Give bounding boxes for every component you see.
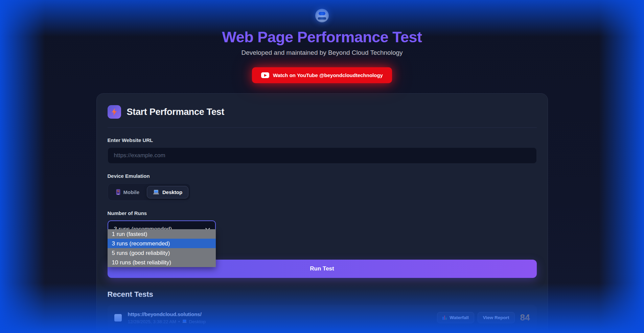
youtube-play-icon	[261, 72, 269, 78]
test-row-info: https://beyondcloud.solutions/ 12/28/202…	[128, 311, 206, 324]
mobile-phone-icon	[116, 189, 120, 195]
view-report-button-label: View Report	[483, 315, 509, 320]
runs-dropdown-menu: 1 run (fastest) 3 runs (recommended) 5 r…	[108, 229, 216, 267]
start-test-card: Start Performance Test Enter Website URL…	[96, 93, 548, 333]
recent-test-row: https://beyondcloud.solutions/ 12/28/202…	[108, 305, 537, 330]
page-subtitle: Developed and maintained by Beyond Cloud…	[0, 49, 644, 56]
page-title: Web Page Performance Test	[0, 28, 644, 46]
device-segmented-control: Mobile Desktop	[108, 183, 191, 201]
device-desktop-label: Desktop	[162, 189, 182, 195]
runs-option-10[interactable]: 10 runs (best reliability)	[108, 258, 216, 267]
runs-option-5[interactable]: 5 runs (good reliability)	[108, 248, 216, 258]
url-label: Enter Website URL	[108, 137, 537, 143]
view-report-button[interactable]: View Report	[478, 312, 515, 323]
meta-separator: •	[178, 319, 180, 324]
card-header: Start Performance Test	[108, 105, 537, 119]
device-mobile-button[interactable]: Mobile	[110, 186, 146, 198]
bar-chart-icon	[442, 315, 447, 320]
runs-option-1[interactable]: 1 run (fastest)	[108, 229, 216, 239]
website-url-input[interactable]	[108, 147, 537, 164]
test-row-meta: 12/28/2025, 3:38:22 AM • Desktop	[128, 319, 206, 324]
youtube-button[interactable]: Watch on YouTube @beyondcloudtechnology	[252, 67, 392, 83]
runs-field-group: Number of Runs 3 runs (recommended) 1 ru…	[108, 210, 216, 238]
page-background: Web Page Performance Test Developed and …	[0, 0, 644, 333]
url-field-group: Enter Website URL	[108, 137, 537, 164]
youtube-button-label: Watch on YouTube @beyondcloudtechnology	[273, 72, 383, 78]
test-row-device: Desktop	[189, 319, 206, 324]
device-desktop-button[interactable]: Desktop	[147, 186, 188, 198]
test-row-url: https://beyondcloud.solutions/	[128, 311, 206, 317]
test-row-actions: Waterfall View Report 84	[437, 312, 530, 323]
runs-label: Number of Runs	[108, 210, 216, 216]
lightning-bolt-icon	[108, 105, 121, 119]
laptop-icon	[182, 319, 187, 324]
device-field-group: Device Emulation Mobi	[108, 173, 537, 201]
recent-tests-section: Recent Tests https://beyondcloud.solutio…	[108, 290, 537, 330]
waterfall-button-label: Waterfall	[450, 315, 469, 320]
laptop-icon	[153, 190, 159, 195]
performance-score-badge: 84	[520, 312, 530, 323]
waterfall-button[interactable]: Waterfall	[437, 312, 474, 323]
recent-tests-title: Recent Tests	[108, 290, 537, 299]
device-label: Device Emulation	[108, 173, 537, 179]
page-header: Web Page Performance Test Developed and …	[0, 0, 644, 83]
divider	[108, 127, 537, 128]
test-row-checkbox[interactable]	[114, 314, 122, 322]
device-mobile-label: Mobile	[123, 189, 140, 195]
runs-option-3[interactable]: 3 runs (recommended)	[108, 239, 216, 248]
beyond-cloud-logo-icon	[315, 9, 329, 22]
test-row-timestamp: 12/28/2025, 3:38:22 AM	[128, 319, 176, 324]
card-title: Start Performance Test	[127, 107, 225, 117]
